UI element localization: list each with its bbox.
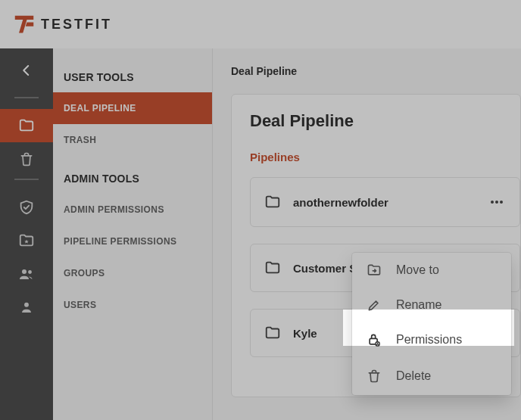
chevron-left-icon: [20, 64, 33, 77]
pencil-icon: [366, 297, 382, 313]
brand-name: TESTFIT: [41, 17, 112, 33]
groups-icon: [17, 265, 36, 283]
sidebar-item-admin-permissions[interactable]: ADMIN PERMISSIONS: [53, 194, 212, 226]
rail-separator: [14, 179, 39, 180]
context-menu: Move to Rename Permissions Delete: [352, 253, 511, 395]
more-horizontal-icon: [488, 193, 506, 211]
sidebar-item-users[interactable]: USERS: [53, 289, 212, 321]
folder-icon: [264, 325, 281, 341]
svg-point-5: [500, 201, 503, 204]
svg-point-4: [495, 201, 498, 204]
folder-icon: [264, 194, 281, 210]
rail-separator: [14, 97, 39, 98]
page-title: Deal Pipeline: [250, 111, 520, 131]
pipeline-row[interactable]: anothernewfolder: [250, 177, 520, 227]
lock-person-icon: [366, 332, 382, 347]
pipeline-row-name: anothernewfolder: [293, 196, 388, 209]
menu-item-permissions[interactable]: Permissions: [352, 322, 511, 357]
svg-point-8: [377, 343, 379, 344]
sidebar-item-deal-pipeline[interactable]: DEAL PIPELINE: [53, 92, 212, 124]
rail-item-pipeline-permissions[interactable]: [0, 224, 53, 257]
sidebar-item-trash[interactable]: TRASH: [53, 124, 212, 156]
rail-item-admin-permissions[interactable]: [0, 191, 53, 224]
rail-item-users[interactable]: [0, 291, 53, 324]
folder-icon: [18, 117, 35, 134]
svg-point-1: [28, 270, 32, 274]
trash-icon: [19, 151, 34, 166]
folder-icon: [264, 260, 281, 276]
pipeline-row-name: Kyle: [293, 327, 317, 340]
rail-item-groups[interactable]: [0, 257, 53, 291]
svg-point-3: [491, 201, 494, 204]
svg-point-0: [22, 269, 27, 274]
brand-logo: TESTFIT: [14, 14, 112, 35]
menu-item-move-to[interactable]: Move to: [352, 253, 511, 288]
collapse-sidebar-button[interactable]: [20, 64, 33, 77]
menu-item-label: Delete: [396, 369, 431, 383]
section-subhead: Pipelines: [250, 151, 520, 163]
sidebar-item-pipeline-permissions[interactable]: PIPELINE PERMISSIONS: [53, 226, 212, 257]
row-more-button[interactable]: [488, 193, 506, 211]
rail-item-trash[interactable]: [0, 142, 53, 176]
sidebar: USER TOOLS DEAL PIPELINE TRASH ADMIN TOO…: [53, 48, 213, 420]
brand-logo-mark: [14, 14, 35, 35]
menu-item-label: Move to: [396, 263, 439, 277]
user-icon: [18, 299, 35, 316]
trash-icon: [366, 369, 382, 384]
app-header: TESTFIT: [0, 0, 521, 48]
breadcrumb: Deal Pipeline: [231, 65, 521, 77]
menu-item-label: Rename: [396, 298, 441, 312]
icon-rail: [0, 48, 53, 420]
menu-item-delete[interactable]: Delete: [352, 357, 511, 395]
rail-item-deal-pipeline[interactable]: [0, 109, 53, 142]
sidebar-item-groups[interactable]: GROUPS: [53, 257, 212, 289]
svg-point-2: [24, 303, 29, 307]
menu-item-rename[interactable]: Rename: [352, 288, 511, 322]
sidebar-section-user-tools: USER TOOLS: [53, 61, 212, 92]
folder-move-icon: [366, 263, 382, 278]
folder-star-icon: [18, 232, 35, 249]
sidebar-section-admin-tools: ADMIN TOOLS: [53, 156, 212, 194]
menu-item-label: Permissions: [396, 333, 462, 347]
shield-check-icon: [18, 199, 35, 216]
